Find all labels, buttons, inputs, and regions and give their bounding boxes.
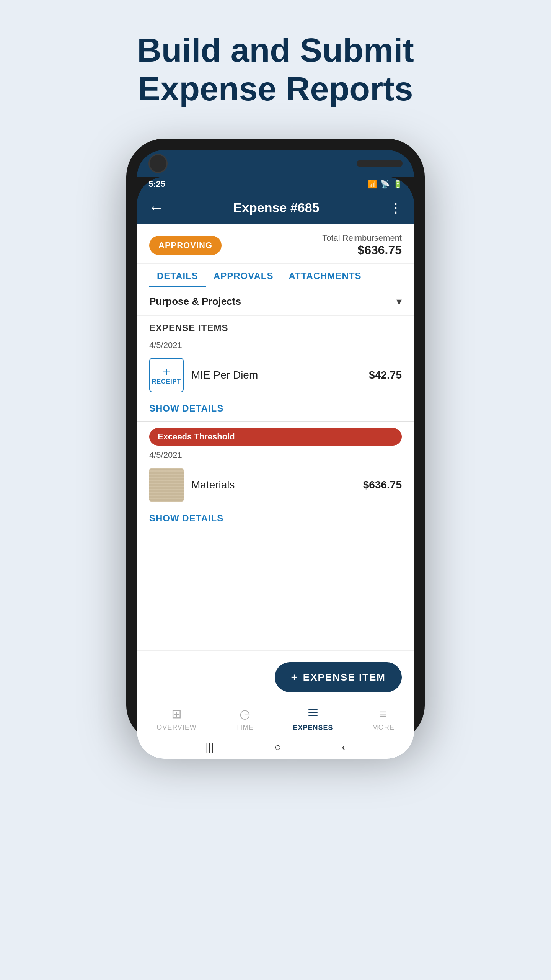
approving-badge: APPROVING (149, 236, 222, 255)
system-recents-btn[interactable]: ‹ (342, 741, 345, 753)
show-details-text-2: SHOW DETAILS (149, 513, 223, 523)
overview-label: OVERVIEW (156, 724, 197, 732)
system-bar: ||| ○ ‹ (137, 736, 414, 759)
phone-notch (137, 150, 414, 177)
more-menu-button[interactable]: ⋮ (389, 200, 403, 216)
chevron-down-icon: ▾ (396, 295, 402, 308)
status-bar: 5:25 📶 📡 🔋 (137, 177, 414, 191)
app-title: Expense #685 (233, 200, 320, 215)
expense-item-name-2: Materials (191, 479, 355, 491)
time-label: TIME (236, 724, 254, 732)
purpose-title: Purpose & Projects (149, 296, 241, 307)
receipt-image[interactable] (149, 468, 184, 502)
wifi-icon: 📶 (368, 180, 377, 189)
receipt-label: RECEIPT (152, 378, 181, 385)
expense-item-row-2: Materials $636.75 (137, 462, 414, 508)
receipt-plus-icon: + (163, 365, 170, 378)
svg-rect-0 (308, 709, 318, 710)
nav-item-expenses[interactable]: EXPENSES (293, 706, 333, 732)
svg-rect-2 (308, 715, 318, 716)
page-header: Build and Submit Expense Reports (137, 31, 414, 108)
system-back-btn[interactable]: ||| (205, 741, 214, 753)
tabs-bar: DETAILS APPROVALS ATTACHMENTS (137, 264, 414, 287)
nav-item-time[interactable]: ◷ TIME (236, 707, 254, 732)
more-label: MORE (372, 724, 395, 732)
show-details-text-1: SHOW DETAILS (149, 403, 223, 413)
total-reimb-label: Total Reimbursement (322, 233, 402, 243)
time-icon: ◷ (240, 707, 250, 721)
show-details-2[interactable]: SHOW DETAILS (137, 508, 414, 531)
expense-item-row-1: + RECEIPT MIE Per Diem $42.75 (137, 352, 414, 399)
svg-rect-1 (308, 712, 318, 713)
phone-wrap: 5:25 📶 📡 🔋 ← Expense #685 ⋮ APPROVING (126, 139, 425, 743)
status-icons: 📶 📡 🔋 (368, 180, 403, 189)
tab-details[interactable]: DETAILS (149, 264, 206, 287)
purpose-section-header[interactable]: Purpose & Projects ▾ (137, 287, 414, 316)
expense-items-title: EXPENSE ITEMS (149, 323, 228, 333)
expenses-label: EXPENSES (293, 724, 333, 732)
expense-item-name-1: MIE Per Diem (191, 369, 361, 381)
show-details-1[interactable]: SHOW DETAILS (137, 399, 414, 421)
item-divider (137, 421, 414, 422)
battery-icon: 🔋 (393, 180, 403, 189)
tab-attachments[interactable]: ATTACHMENTS (281, 264, 369, 287)
nav-item-overview[interactable]: ⊞ OVERVIEW (156, 707, 197, 732)
total-reimbursement: Total Reimbursement $636.75 (322, 233, 402, 257)
headline-line1: Build and Submit (137, 31, 414, 69)
tab-approvals[interactable]: APPROVALS (206, 264, 281, 287)
expense-item-amount-2: $636.75 (363, 479, 402, 491)
overview-icon: ⊞ (171, 707, 182, 721)
system-home-btn[interactable]: ○ (275, 741, 281, 753)
nav-item-more[interactable]: ≡ MORE (372, 707, 395, 732)
total-reimb-amount: $636.75 (322, 243, 402, 257)
camera (148, 154, 168, 173)
expense-item-amount-1: $42.75 (369, 369, 402, 381)
add-expense-item-label: EXPENSE ITEM (303, 671, 386, 683)
date-label-2: 4/5/2021 (137, 447, 414, 462)
signal-icon: 📡 (380, 180, 390, 189)
expense-items-section: EXPENSE ITEMS (137, 316, 414, 337)
add-item-section: + EXPENSE ITEM (137, 650, 414, 700)
speaker (357, 160, 403, 167)
headline-line2: Expense Reports (138, 70, 413, 108)
app-header: ← Expense #685 ⋮ (137, 191, 414, 224)
add-expense-item-button[interactable]: + EXPENSE ITEM (275, 662, 402, 692)
status-time: 5:25 (148, 179, 165, 189)
back-button[interactable]: ← (148, 199, 164, 216)
bottom-nav: ⊞ OVERVIEW ◷ TIME (137, 700, 414, 736)
add-plus-icon: + (291, 671, 298, 684)
date-label-1: 4/5/2021 (137, 337, 414, 352)
more-icon: ≡ (380, 707, 387, 721)
exceeds-badge: Exceeds Threshold (149, 428, 402, 446)
receipt-placeholder[interactable]: + RECEIPT (149, 358, 184, 392)
expenses-icon (307, 706, 319, 722)
summary-row: APPROVING Total Reimbursement $636.75 (137, 224, 414, 264)
